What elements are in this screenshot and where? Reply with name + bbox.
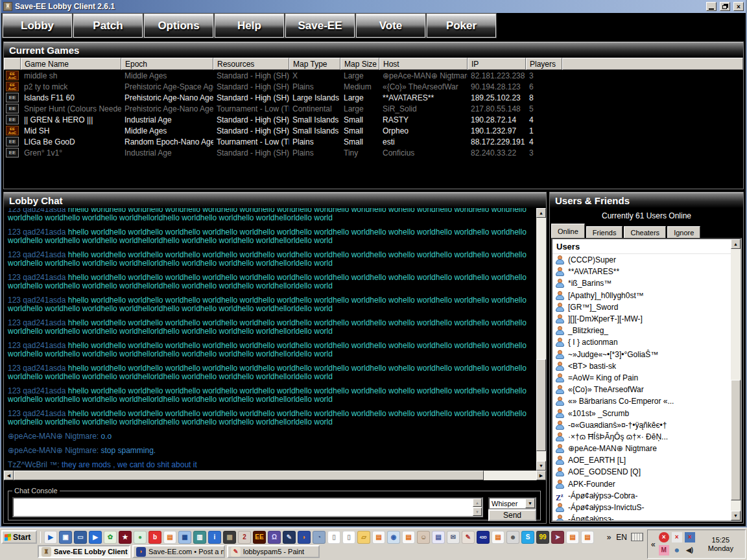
send-button[interactable]: Send — [488, 509, 536, 521]
swirl-icon[interactable]: ◔ — [313, 531, 326, 544]
user-list-item[interactable]: (CCCP)Super — [552, 254, 731, 266]
folder-icon[interactable]: ▱ — [357, 531, 370, 544]
chevron-down-icon[interactable]: ▼ — [525, 498, 535, 508]
games-column-icon[interactable] — [4, 58, 21, 70]
menu-save-ee[interactable]: Save-EE — [285, 14, 355, 38]
red-two-icon[interactable]: 2 — [238, 531, 251, 544]
games-column-epoch[interactable]: Epoch — [121, 58, 213, 70]
users-vertical-scrollbar[interactable]: ▲ ▼ — [731, 239, 741, 520]
blank-page-icon[interactable]: ▯ — [327, 531, 340, 544]
input-scroll-up-icon[interactable]: ▲ — [473, 498, 482, 507]
scroll-up-icon[interactable]: ▲ — [536, 208, 546, 218]
game-row[interactable]: EEAoCmiddle shMiddle AgesStandard - High… — [4, 70, 743, 81]
game-row[interactable]: EELIGa Be GooDRandom Epoch-Nano AgeTourn… — [4, 136, 743, 147]
skype-icon[interactable]: S — [521, 531, 534, 544]
games-column-ip[interactable]: IP — [468, 58, 526, 70]
games-column-map-type[interactable]: Map Type — [289, 58, 340, 70]
game-row[interactable]: EEAoCMid SHMiddle AgesStandard - High (S… — [4, 125, 743, 136]
user-list-item[interactable]: Zz-Ápø¢ałýpsэ-Cobra- — [552, 490, 731, 502]
browser-globe-icon[interactable]: ● — [134, 531, 147, 544]
games-column-game-name[interactable]: Game Name — [21, 58, 121, 70]
contacts-icon[interactable]: ☺ — [417, 531, 430, 544]
user-list-item[interactable]: [GR™]_Sword — [552, 301, 731, 313]
user-list-item[interactable]: *iß_Barins™ — [552, 277, 731, 289]
quill-icon[interactable]: ✎ — [283, 531, 296, 544]
task-button[interactable]: ✎lobbyspam5 - Paint — [227, 545, 320, 558]
users-vscroll-thumb[interactable] — [731, 380, 741, 500]
notepad-icon[interactable]: ▤ — [432, 531, 445, 544]
scroll-right-icon[interactable]: ▶ — [536, 471, 546, 480]
game-row[interactable]: EEAoCp2 ty to mickPrehistoric Age-Space … — [4, 81, 743, 92]
user-status-icon[interactable]: ☻ — [672, 545, 682, 555]
menu-lobby[interactable]: Lobby — [3, 14, 72, 38]
ee-grid-icon[interactable]: ▩ — [223, 531, 236, 544]
paint-brushes-icon[interactable]: ✎ — [462, 531, 475, 544]
blue-window-icon[interactable]: ▦ — [178, 531, 191, 544]
chat-vscroll-thumb[interactable] — [536, 359, 546, 452]
tab-online[interactable]: Online — [551, 224, 585, 238]
ee-aoc-icon[interactable]: EE — [253, 531, 266, 544]
rocket-icon[interactable]: ➤ — [551, 531, 564, 544]
my-computer-icon[interactable]: ▣ — [59, 531, 72, 544]
user-list-item[interactable]: ~»Judge«~•[*3]•°GoliaŜ™ — [552, 349, 731, 360]
minimize-button[interactable] — [706, 2, 717, 11]
menu-help[interactable]: Help — [215, 14, 284, 38]
blank-page-icon[interactable]: ▯ — [342, 531, 355, 544]
user-list-item[interactable]: =AoW= King of Pain — [552, 372, 731, 384]
user-list-item[interactable]: [Apathy]_h0llygh0st™ — [552, 290, 731, 301]
games-column-resources[interactable]: Resources — [213, 58, 289, 70]
volume-icon[interactable]: ◀) — [685, 545, 695, 555]
user-list-item[interactable]: _Blitzkrieg_ — [552, 325, 731, 336]
error-icon[interactable]: × — [659, 532, 669, 542]
scroll-up-icon[interactable]: ▲ — [731, 239, 741, 249]
tray-chevron-icon[interactable]: « — [650, 540, 657, 549]
user-list-item[interactable]: { I } actionman — [552, 336, 731, 348]
games-column-host[interactable]: Host — [379, 58, 468, 70]
user-list-item[interactable]: ⊕peAce-MAN⊕ Nigtmare — [552, 443, 731, 454]
mail-icon[interactable]: ✉ — [447, 531, 460, 544]
icq-99-icon[interactable]: 99 — [536, 531, 549, 544]
chat-input-scrollbar[interactable]: ▲ ▼ — [473, 498, 482, 516]
task-button[interactable]: ♜Save-EE Lobby Client ... — [38, 545, 130, 558]
chat-input[interactable]: ▲ ▼ — [12, 497, 483, 517]
red-b-icon[interactable]: b — [148, 531, 161, 544]
star-flag-icon[interactable]: ★ — [119, 531, 132, 544]
user-list-item[interactable]: **AVATARES** — [552, 266, 731, 277]
chat-horizontal-scrollbar[interactable]: ◀ ▶ — [4, 471, 546, 480]
user-list-item[interactable]: «» Bärbarians Co-Emperor «... — [552, 395, 731, 407]
address-book-icon[interactable]: ▥ — [193, 531, 206, 544]
network-error-icon[interactable]: × — [685, 532, 695, 542]
overflow-chevron-icon[interactable]: » — [606, 533, 613, 542]
chat-vertical-scrollbar[interactable]: ▲ ▼ — [536, 208, 546, 471]
user-list-item[interactable]: -Ápø¢ałýpsэ-... — [552, 513, 731, 520]
menu-poker[interactable]: Poker — [427, 14, 496, 38]
whisper-dropdown[interactable]: Whisper ▼ — [488, 497, 536, 509]
user-list-item[interactable]: ][][-DmЖperŦ-][-MW-] — [552, 313, 731, 325]
games-column-players[interactable]: Players — [526, 58, 562, 70]
firefox-doc-icon[interactable]: ▤ — [566, 531, 579, 544]
game-row[interactable]: EE|| GREN & HERO |||Industrial AgeStanda… — [4, 114, 743, 125]
chat-message-area[interactable]: Walter: any1 here !123 qad241asda: nope1… — [4, 208, 536, 471]
wmp-icon[interactable]: ▶ — [89, 531, 102, 544]
messenger-m-icon[interactable]: M — [659, 545, 669, 555]
keyboard-icon[interactable] — [631, 533, 643, 541]
gimp-icon[interactable]: ☻ — [506, 531, 519, 544]
firefox-doc-icon[interactable]: ▤ — [402, 531, 415, 544]
scroll-left-icon[interactable]: ◀ — [4, 471, 14, 480]
firefox-doc-icon[interactable]: ▤ — [372, 531, 385, 544]
info-icon[interactable]: i — [208, 531, 221, 544]
headset-ball-icon[interactable]: ◉ — [387, 531, 400, 544]
game-row[interactable]: EESniper Hunt (Colours Needed)Prehistori… — [4, 103, 743, 114]
menu-patch[interactable]: Patch — [73, 14, 143, 38]
game-row[interactable]: EEIslands F11 60Prehistoric Age-Nano Age… — [4, 92, 743, 103]
menu-options[interactable]: Options — [144, 14, 213, 38]
tab-ignore[interactable]: Ignore — [667, 226, 700, 238]
messenger-icon[interactable]: ✿ — [104, 531, 117, 544]
chat-hscroll-thumb[interactable] — [14, 471, 484, 480]
user-list-item[interactable]: APK-Founder — [552, 478, 731, 490]
tab-cheaters[interactable]: Cheaters — [624, 226, 666, 238]
task-button[interactable]: ◗Save-EE.com • Post a ne... — [132, 545, 225, 558]
user-list-item[interactable]: <BT> basti-sk — [552, 360, 731, 372]
user-list-item[interactable]: AOE_EARTH [L] — [552, 454, 731, 466]
scroll-down-icon[interactable]: ▼ — [731, 511, 741, 520]
